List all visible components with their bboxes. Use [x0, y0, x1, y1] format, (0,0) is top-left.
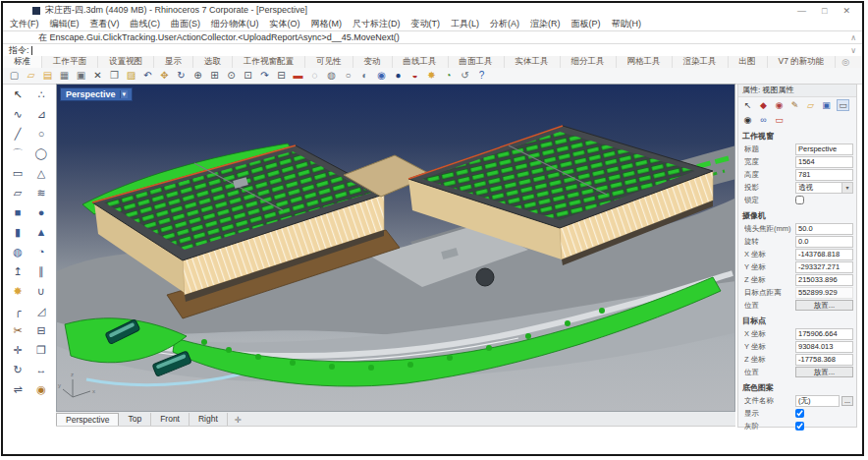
menu-item-panels[interactable]: 面板(P) — [571, 18, 601, 30]
3d-model-canvas[interactable]: zxy — [57, 85, 735, 411]
tab-select[interactable]: 选取 — [193, 56, 233, 68]
camera-z-field[interactable] — [795, 274, 853, 286]
polyline-icon[interactable]: ⊿ — [29, 105, 53, 125]
pointer-icon[interactable]: ↖ — [6, 86, 29, 105]
sphere-icon[interactable]: ● — [29, 203, 53, 223]
help-icon[interactable]: ? — [475, 69, 488, 83]
tab-subd-tools[interactable]: 细分工具 — [561, 56, 617, 68]
tab-drafting[interactable]: 出图 — [729, 56, 768, 68]
camera-icon[interactable]: ◉ — [742, 115, 753, 125]
menu-item-tools[interactable]: 工具(L) — [451, 18, 479, 30]
camera-rotation-field[interactable] — [795, 236, 853, 248]
ellipse-icon[interactable]: ◯ — [29, 144, 53, 164]
tab-standard[interactable]: 标准 — [3, 56, 42, 68]
viewport-tab-top[interactable]: Top — [119, 413, 151, 426]
layer-state-icon[interactable]: ▬ — [292, 69, 304, 83]
delete-icon[interactable]: ✕ — [91, 69, 104, 83]
viewport-title[interactable]: Perspective — [66, 89, 116, 99]
toolbar-options-icon[interactable]: ◎ — [841, 57, 849, 67]
tab-render-tools[interactable]: 渲染工具 — [673, 56, 729, 68]
extrude-icon[interactable]: ↥ — [6, 262, 29, 282]
camera-place-button[interactable]: 放置... — [795, 300, 853, 311]
object-properties-icon[interactable]: ↖ — [742, 100, 753, 110]
tab-solid-tools[interactable]: 实体工具 — [505, 56, 561, 68]
trim-icon[interactable]: ✂ — [6, 321, 29, 341]
join-icon[interactable]: ∪ — [29, 282, 53, 302]
box-icon[interactable]: ■ — [6, 203, 29, 223]
curve-icon[interactable]: ∿ — [6, 105, 29, 125]
projection-select[interactable]: 透视▾ — [795, 182, 853, 194]
command-scroll-up-icon[interactable]: ∧ — [850, 33, 856, 42]
chevron-down-icon[interactable]: ▾ — [841, 183, 852, 193]
camera-y-field[interactable] — [795, 261, 853, 273]
wireframe-display-icon[interactable]: ○ — [342, 69, 354, 83]
minimize-button[interactable]: — — [797, 6, 806, 16]
target-place-button[interactable]: 放置... — [795, 367, 853, 377]
viewport-tab-right[interactable]: Right — [190, 413, 228, 426]
copy-properties-icon[interactable]: ▣ — [75, 69, 87, 83]
zoom-window-icon[interactable]: ⊞ — [208, 69, 221, 83]
viewport-tab-perspective[interactable]: Perspective — [56, 413, 119, 426]
menu-item-dimension[interactable]: 尺寸标注(D) — [353, 18, 401, 30]
menu-item-file[interactable]: 文件(F) — [10, 18, 39, 30]
zoom-extents-icon[interactable]: ⊡ — [242, 69, 254, 83]
viewport-title-field[interactable] — [795, 144, 853, 155]
viewport-width-field[interactable] — [795, 156, 853, 168]
cylinder-icon[interactable]: ▮ — [6, 223, 29, 243]
gumball-icon[interactable]: ◉ — [29, 380, 53, 400]
tab-viewport-layout[interactable]: 工作视窗配置 — [233, 56, 305, 68]
menu-item-help[interactable]: 帮助(H) — [612, 18, 642, 30]
new-viewport-tab[interactable]: ✛ — [228, 414, 248, 426]
copy-object-icon[interactable]: ❐ — [29, 341, 53, 361]
rotate-icon[interactable]: ↻ — [6, 361, 29, 380]
wallpaper-show-checkbox[interactable] — [795, 409, 804, 418]
menu-item-surface[interactable]: 曲面(S) — [171, 18, 200, 30]
locked-checkbox[interactable] — [795, 196, 804, 204]
save-icon[interactable]: ▤ — [41, 69, 54, 83]
undo-view-icon[interactable]: ↷ — [258, 69, 271, 83]
line-icon[interactable]: ╱ — [6, 125, 29, 144]
link-icon[interactable]: ∞ — [758, 115, 769, 125]
menu-item-subd[interactable]: 细分物体(U) — [211, 18, 259, 30]
sun-icon[interactable]: ✸ — [425, 69, 438, 83]
zoom-dynamic-icon[interactable]: ⊕ — [191, 69, 204, 83]
viewport-properties-icon[interactable]: ▭ — [837, 99, 849, 111]
camera-x-field[interactable] — [795, 249, 853, 260]
offset-icon[interactable]: ∥ — [29, 262, 53, 282]
decal-properties-icon[interactable]: ✎ — [789, 100, 800, 110]
tab-cplane[interactable]: 工作平面 — [42, 56, 98, 68]
polygon-icon[interactable]: △ — [29, 164, 53, 184]
points-icon[interactable]: ∴ — [29, 86, 53, 105]
raytraced-display-icon[interactable]: ● — [392, 69, 405, 83]
target-x-field[interactable] — [795, 328, 853, 340]
wallpaper-grayscale-checkbox[interactable] — [795, 422, 804, 431]
new-file-icon[interactable]: ▢ — [8, 69, 21, 83]
open-file-icon[interactable]: ▱ — [25, 69, 37, 83]
layers-folder-icon[interactable]: ▱ — [805, 100, 816, 110]
loft-icon[interactable]: ≋ — [29, 184, 53, 203]
menu-item-view[interactable]: 查看(V) — [90, 18, 120, 30]
history-icon[interactable]: ↺ — [459, 69, 471, 83]
wallpaper-filename-browse-button[interactable]: ... — [841, 396, 853, 406]
undo-icon[interactable]: ↶ — [141, 69, 154, 83]
fillet-icon[interactable]: ╭ — [6, 302, 29, 321]
chamfer-icon[interactable]: ◿ — [29, 302, 53, 321]
menu-item-edit[interactable]: 编辑(E) — [50, 18, 80, 30]
paste-icon[interactable]: ▨ — [125, 69, 137, 83]
menu-item-analyze[interactable]: 分析(A) — [490, 18, 519, 30]
arc-icon[interactable]: ⌒ — [6, 144, 29, 164]
clipping-plane-icon[interactable]: ▭ — [774, 115, 785, 125]
tab-display[interactable]: 显示 — [154, 56, 193, 68]
boolean-difference-icon[interactable]: ◔ — [29, 243, 53, 262]
hide-object-icon[interactable]: ◍ — [325, 69, 338, 83]
texture-image-icon[interactable]: ▣ — [821, 100, 832, 110]
render-icon[interactable]: ◒ — [408, 69, 421, 83]
viewport-title-menu[interactable]: Perspective ▾ — [60, 87, 133, 101]
tab-curve-tools[interactable]: 曲线工具 — [393, 56, 449, 68]
close-button[interactable]: ✕ — [842, 6, 850, 16]
tab-mesh-tools[interactable]: 网格工具 — [617, 56, 673, 68]
copy-icon[interactable]: ❐ — [108, 69, 121, 83]
grasshopper-icon[interactable]: ◔ — [442, 69, 455, 83]
target-y-field[interactable] — [795, 341, 853, 353]
wallpaper-filename-field[interactable] — [795, 395, 840, 407]
